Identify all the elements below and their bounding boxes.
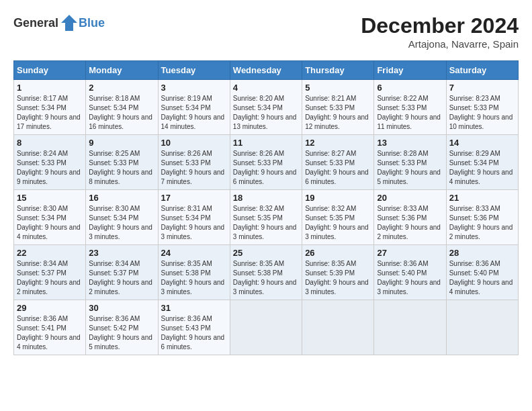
day-number: 9: [89, 138, 154, 148]
day-number: 22: [17, 248, 83, 258]
day-info: Sunrise: 8:36 AMSunset: 5:43 PMDaylight:…: [161, 314, 227, 352]
day-number: 10: [161, 138, 227, 148]
calendar-cell: 22 Sunrise: 8:34 AMSunset: 5:37 PMDaylig…: [14, 245, 86, 300]
day-info: Sunrise: 8:33 AMSunset: 5:36 PMDaylight:…: [449, 204, 515, 242]
day-number: 15: [17, 193, 83, 203]
calendar-cell: 8 Sunrise: 8:24 AMSunset: 5:33 PMDayligh…: [14, 135, 86, 190]
day-info: Sunrise: 8:22 AMSunset: 5:33 PMDaylight:…: [377, 94, 443, 132]
page-header: General Blue December 2024 Artajona, Nav…: [13, 13, 519, 50]
weekday-header-row: SundayMondayTuesdayWednesdayThursdayFrid…: [14, 61, 519, 80]
calendar-cell: 13 Sunrise: 8:28 AMSunset: 5:33 PMDaylig…: [374, 135, 446, 190]
calendar-cell: 9 Sunrise: 8:25 AMSunset: 5:33 PMDayligh…: [86, 135, 158, 190]
calendar-cell: 1 Sunrise: 8:17 AMSunset: 5:34 PMDayligh…: [14, 80, 86, 135]
calendar-cell: 29 Sunrise: 8:36 AMSunset: 5:41 PMDaylig…: [14, 300, 86, 355]
day-number: 29: [17, 303, 83, 313]
day-info: Sunrise: 8:33 AMSunset: 5:36 PMDaylight:…: [377, 204, 443, 242]
day-info: Sunrise: 8:35 AMSunset: 5:39 PMDaylight:…: [305, 259, 371, 297]
calendar-cell: 30 Sunrise: 8:36 AMSunset: 5:42 PMDaylig…: [86, 300, 158, 355]
day-info: Sunrise: 8:32 AMSunset: 5:35 PMDaylight:…: [233, 204, 299, 242]
weekday-header-tuesday: Tuesday: [158, 61, 230, 80]
day-number: 25: [233, 248, 299, 258]
day-info: Sunrise: 8:26 AMSunset: 5:33 PMDaylight:…: [233, 149, 299, 187]
day-number: 28: [449, 248, 515, 258]
calendar-cell: 28 Sunrise: 8:36 AMSunset: 5:40 PMDaylig…: [446, 245, 518, 300]
day-number: 18: [233, 193, 299, 203]
day-number: 26: [305, 248, 371, 258]
day-info: Sunrise: 8:19 AMSunset: 5:34 PMDaylight:…: [161, 94, 227, 132]
day-info: Sunrise: 8:25 AMSunset: 5:33 PMDaylight:…: [89, 149, 154, 187]
day-info: Sunrise: 8:21 AMSunset: 5:33 PMDaylight:…: [305, 94, 371, 132]
day-number: 17: [161, 193, 227, 203]
calendar-cell: 2 Sunrise: 8:18 AMSunset: 5:34 PMDayligh…: [86, 80, 158, 135]
weekday-header-sunday: Sunday: [14, 61, 86, 80]
day-info: Sunrise: 8:35 AMSunset: 5:38 PMDaylight:…: [233, 259, 299, 297]
calendar-cell: 27 Sunrise: 8:36 AMSunset: 5:40 PMDaylig…: [374, 245, 446, 300]
calendar-week-1: 1 Sunrise: 8:17 AMSunset: 5:34 PMDayligh…: [14, 80, 519, 135]
calendar-cell: 3 Sunrise: 8:19 AMSunset: 5:34 PMDayligh…: [158, 80, 230, 135]
calendar-cell: 7 Sunrise: 8:23 AMSunset: 5:33 PMDayligh…: [446, 80, 518, 135]
weekday-header-thursday: Thursday: [302, 61, 374, 80]
calendar-cell: 10 Sunrise: 8:26 AMSunset: 5:33 PMDaylig…: [158, 135, 230, 190]
day-info: Sunrise: 8:17 AMSunset: 5:34 PMDaylight:…: [17, 94, 83, 132]
calendar-cell: 23 Sunrise: 8:34 AMSunset: 5:37 PMDaylig…: [86, 245, 158, 300]
calendar-cell: 20 Sunrise: 8:33 AMSunset: 5:36 PMDaylig…: [374, 190, 446, 245]
day-number: 20: [377, 193, 443, 203]
calendar-table: SundayMondayTuesdayWednesdayThursdayFrid…: [13, 60, 519, 355]
calendar-cell: 21 Sunrise: 8:33 AMSunset: 5:36 PMDaylig…: [446, 190, 518, 245]
calendar-cell: 25 Sunrise: 8:35 AMSunset: 5:38 PMDaylig…: [230, 245, 302, 300]
calendar-cell: 31 Sunrise: 8:36 AMSunset: 5:43 PMDaylig…: [158, 300, 230, 355]
svg-marker-0: [61, 15, 77, 31]
calendar-week-2: 8 Sunrise: 8:24 AMSunset: 5:33 PMDayligh…: [14, 135, 519, 190]
day-info: Sunrise: 8:36 AMSunset: 5:42 PMDaylight:…: [89, 314, 154, 352]
calendar-cell: [302, 300, 374, 355]
day-info: Sunrise: 8:27 AMSunset: 5:33 PMDaylight:…: [305, 149, 371, 187]
calendar-cell: 4 Sunrise: 8:20 AMSunset: 5:34 PMDayligh…: [230, 80, 302, 135]
day-number: 24: [161, 248, 227, 258]
day-number: 4: [233, 83, 299, 93]
day-info: Sunrise: 8:28 AMSunset: 5:33 PMDaylight:…: [377, 149, 443, 187]
calendar-cell: 6 Sunrise: 8:22 AMSunset: 5:33 PMDayligh…: [374, 80, 446, 135]
calendar-cell: 5 Sunrise: 8:21 AMSunset: 5:33 PMDayligh…: [302, 80, 374, 135]
calendar-cell: 24 Sunrise: 8:35 AMSunset: 5:38 PMDaylig…: [158, 245, 230, 300]
day-number: 13: [377, 138, 443, 148]
day-number: 16: [89, 193, 154, 203]
calendar-cell: 18 Sunrise: 8:32 AMSunset: 5:35 PMDaylig…: [230, 190, 302, 245]
day-info: Sunrise: 8:31 AMSunset: 5:34 PMDaylight:…: [161, 204, 227, 242]
calendar-cell: 12 Sunrise: 8:27 AMSunset: 5:33 PMDaylig…: [302, 135, 374, 190]
day-number: 1: [17, 83, 83, 93]
weekday-header-wednesday: Wednesday: [230, 61, 302, 80]
day-info: Sunrise: 8:36 AMSunset: 5:41 PMDaylight:…: [17, 314, 83, 352]
calendar-week-4: 22 Sunrise: 8:34 AMSunset: 5:37 PMDaylig…: [14, 245, 519, 300]
calendar-cell: 19 Sunrise: 8:32 AMSunset: 5:35 PMDaylig…: [302, 190, 374, 245]
day-info: Sunrise: 8:26 AMSunset: 5:33 PMDaylight:…: [161, 149, 227, 187]
day-info: Sunrise: 8:20 AMSunset: 5:34 PMDaylight:…: [233, 94, 299, 132]
day-info: Sunrise: 8:30 AMSunset: 5:34 PMDaylight:…: [89, 204, 154, 242]
logo-icon: [60, 13, 79, 32]
day-info: Sunrise: 8:34 AMSunset: 5:37 PMDaylight:…: [17, 259, 83, 297]
day-number: 6: [377, 83, 443, 93]
day-number: 7: [449, 83, 515, 93]
day-info: Sunrise: 8:34 AMSunset: 5:37 PMDaylight:…: [89, 259, 154, 297]
day-info: Sunrise: 8:36 AMSunset: 5:40 PMDaylight:…: [449, 259, 515, 297]
calendar-cell: 26 Sunrise: 8:35 AMSunset: 5:39 PMDaylig…: [302, 245, 374, 300]
day-number: 21: [449, 193, 515, 203]
calendar-cell: 11 Sunrise: 8:26 AMSunset: 5:33 PMDaylig…: [230, 135, 302, 190]
calendar-cell: [374, 300, 446, 355]
day-info: Sunrise: 8:24 AMSunset: 5:33 PMDaylight:…: [17, 149, 83, 187]
calendar-week-5: 29 Sunrise: 8:36 AMSunset: 5:41 PMDaylig…: [14, 300, 519, 355]
month-title: December 2024: [361, 13, 519, 38]
day-info: Sunrise: 8:18 AMSunset: 5:34 PMDaylight:…: [89, 94, 154, 132]
day-number: 23: [89, 248, 154, 258]
calendar-cell: [446, 300, 518, 355]
day-number: 11: [233, 138, 299, 148]
day-number: 27: [377, 248, 443, 258]
day-number: 14: [449, 138, 515, 148]
day-info: Sunrise: 8:35 AMSunset: 5:38 PMDaylight:…: [161, 259, 227, 297]
day-number: 12: [305, 138, 371, 148]
day-info: Sunrise: 8:29 AMSunset: 5:34 PMDaylight:…: [449, 149, 515, 187]
day-number: 2: [89, 83, 154, 93]
logo: General Blue: [13, 13, 105, 32]
day-number: 3: [161, 83, 227, 93]
calendar-cell: 14 Sunrise: 8:29 AMSunset: 5:34 PMDaylig…: [446, 135, 518, 190]
calendar-cell: 17 Sunrise: 8:31 AMSunset: 5:34 PMDaylig…: [158, 190, 230, 245]
